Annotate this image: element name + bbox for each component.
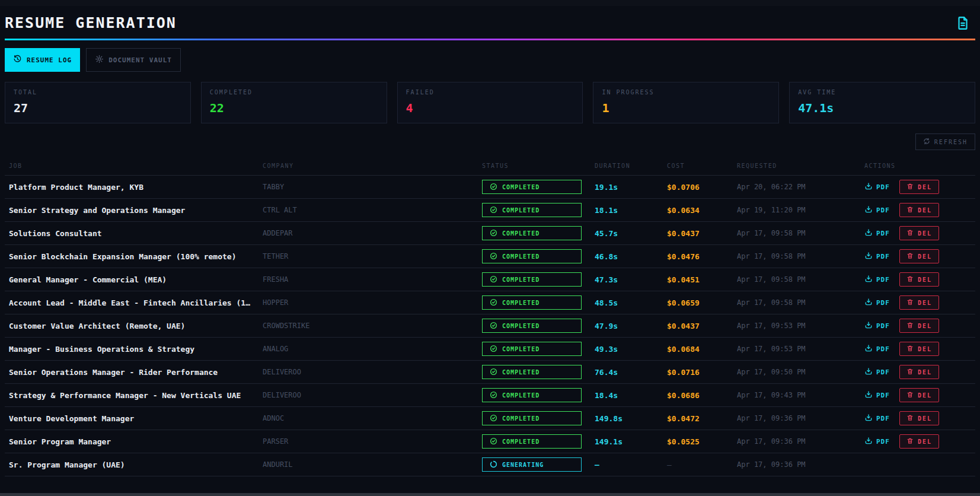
job-title: Strategy & Performance Manager - New Ver… xyxy=(5,391,258,400)
check-circle-icon xyxy=(490,368,497,377)
cost-value: $0.0706 xyxy=(663,183,733,192)
toolbar: REFRESH xyxy=(5,133,975,150)
status-label: COMPLETED xyxy=(502,230,540,237)
stat-value: 22 xyxy=(210,101,378,115)
stat-label: FAILED xyxy=(406,89,574,96)
document-icon[interactable] xyxy=(955,15,971,31)
stat-label: IN PROGRESS xyxy=(602,89,770,96)
tab-label: DOCUMENT VAULT xyxy=(108,56,172,64)
duration-value: 149.1s xyxy=(590,437,663,446)
tab-resume-log[interactable]: RESUME LOG xyxy=(5,48,80,72)
table-row: Solutions Consultant ADDEPAR COMPLETED 4… xyxy=(5,221,975,244)
company-name: CROWDSTRIKE xyxy=(258,322,478,330)
requested-timestamp: Apr 17, 09:58 PM xyxy=(733,298,860,307)
table-header: JOB COMPANY STATUS DURATION COST REQUEST… xyxy=(5,155,975,175)
pdf-label: PDF xyxy=(876,368,890,376)
check-circle-icon xyxy=(490,275,497,284)
table-row: Senior Operations Manager - Rider Perfor… xyxy=(5,360,975,383)
download-pdf-button[interactable]: PDF xyxy=(864,252,890,262)
requested-timestamp: Apr 17, 09:58 PM xyxy=(733,229,860,237)
cost-value: $0.0451 xyxy=(663,275,733,284)
duration-value: 18.1s xyxy=(590,206,663,215)
check-circle-icon xyxy=(490,414,497,423)
trash-icon xyxy=(906,391,914,399)
row-actions: PDF DEL xyxy=(860,388,975,402)
status-badge: COMPLETED xyxy=(482,365,582,379)
delete-button[interactable]: DEL xyxy=(899,342,939,356)
row-actions: PDF DEL xyxy=(860,342,975,356)
job-title: Senior Blockchain Expansion Manager (100… xyxy=(5,252,258,261)
cost-value: – xyxy=(663,460,733,469)
check-circle-icon xyxy=(490,391,497,400)
check-circle-icon xyxy=(490,322,497,330)
trash-icon xyxy=(906,183,914,191)
job-title: Solutions Consultant xyxy=(5,229,258,238)
delete-button[interactable]: DEL xyxy=(899,203,939,217)
col-header-actions: ACTIONS xyxy=(860,163,975,169)
stat-label: AVG TIME xyxy=(798,89,966,96)
download-pdf-button[interactable]: PDF xyxy=(864,182,890,192)
download-pdf-button[interactable]: PDF xyxy=(864,437,890,447)
status-badge: COMPLETED xyxy=(482,319,582,333)
del-label: DEL xyxy=(918,415,932,422)
clock-history-icon xyxy=(13,55,22,65)
status-label: COMPLETED xyxy=(502,415,540,422)
status-badge: GENERATING xyxy=(482,457,582,472)
download-icon xyxy=(864,437,873,447)
stat-card: AVG TIME 47.1s xyxy=(789,82,975,123)
del-label: DEL xyxy=(918,184,932,190)
pdf-label: PDF xyxy=(876,206,890,214)
delete-button[interactable]: DEL xyxy=(899,434,939,449)
del-label: DEL xyxy=(918,323,932,329)
delete-button[interactable]: DEL xyxy=(899,180,939,194)
download-pdf-button[interactable]: PDF xyxy=(864,367,890,377)
check-circle-icon xyxy=(490,229,497,238)
col-header-job: JOB xyxy=(5,163,258,169)
del-label: DEL xyxy=(918,253,932,260)
table-row: General Manager - Commercial (MEA) FRESH… xyxy=(5,268,975,291)
delete-button[interactable]: DEL xyxy=(899,411,939,425)
check-circle-icon xyxy=(490,437,497,446)
download-pdf-button[interactable]: PDF xyxy=(864,205,890,215)
duration-value: 45.7s xyxy=(590,229,663,238)
page-header: RESUME GENERATION xyxy=(5,6,975,39)
delete-button[interactable]: DEL xyxy=(899,365,939,379)
stat-value: 47.1s xyxy=(798,101,966,115)
status-label: COMPLETED xyxy=(502,369,540,376)
row-actions: PDF DEL xyxy=(860,365,975,379)
delete-button[interactable]: DEL xyxy=(899,272,939,287)
delete-button[interactable]: DEL xyxy=(899,388,939,402)
resume-log-table: JOB COMPANY STATUS DURATION COST REQUEST… xyxy=(5,155,975,476)
download-pdf-button[interactable]: PDF xyxy=(864,298,890,308)
pdf-label: PDF xyxy=(876,438,890,446)
requested-timestamp: Apr 17, 09:50 PM xyxy=(733,368,860,376)
page-title: RESUME GENERATION xyxy=(5,14,177,31)
download-pdf-button[interactable]: PDF xyxy=(864,344,890,354)
trash-icon xyxy=(906,298,914,307)
download-pdf-button[interactable]: PDF xyxy=(864,228,890,239)
delete-button[interactable]: DEL xyxy=(899,319,939,333)
table-row: Account Lead - Middle East - Fintech Anc… xyxy=(5,291,975,314)
delete-button[interactable]: DEL xyxy=(899,226,939,240)
refresh-button[interactable]: REFRESH xyxy=(915,133,975,150)
download-pdf-button[interactable]: PDF xyxy=(864,414,890,424)
cost-value: $0.0525 xyxy=(663,437,733,446)
status-badge: COMPLETED xyxy=(482,226,582,240)
duration-value: 48.5s xyxy=(590,298,663,307)
download-pdf-button[interactable]: PDF xyxy=(864,321,890,331)
download-pdf-button[interactable]: PDF xyxy=(864,275,890,285)
delete-button[interactable]: DEL xyxy=(899,295,939,310)
tab-document-vault[interactable]: DOCUMENT VAULT xyxy=(86,48,181,72)
download-pdf-button[interactable]: PDF xyxy=(864,390,890,400)
cost-value: $0.0716 xyxy=(663,368,733,377)
company-name: FRESHA xyxy=(258,275,478,284)
download-icon xyxy=(864,205,873,215)
status-badge: COMPLETED xyxy=(482,411,582,425)
status-label: COMPLETED xyxy=(502,438,540,445)
delete-button[interactable]: DEL xyxy=(899,249,939,263)
cost-value: $0.0476 xyxy=(663,252,733,261)
company-name: DELIVEROO xyxy=(258,391,478,399)
col-header-duration: DURATION xyxy=(590,163,663,169)
status-badge: COMPLETED xyxy=(482,342,582,356)
table-row: Sr. Program Manager (UAE) ANDURIL GENERA… xyxy=(5,453,975,476)
